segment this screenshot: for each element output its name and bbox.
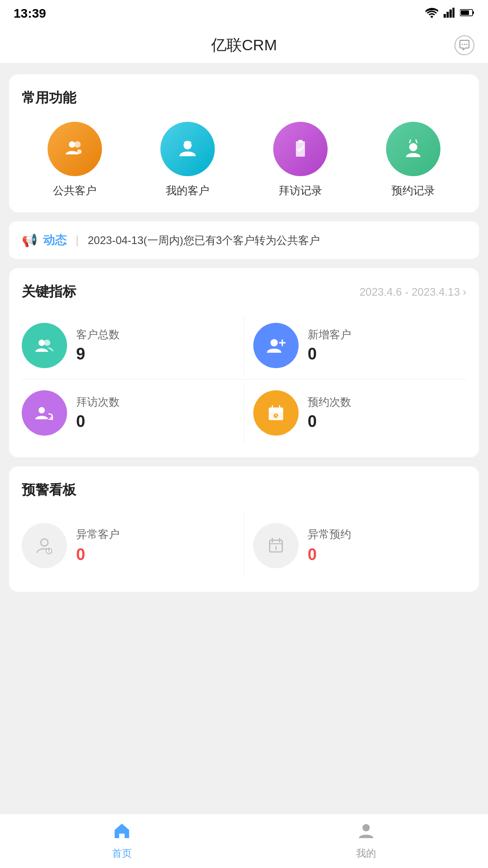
status-time: 13:39 [14,6,46,21]
svg-point-10 [69,141,75,148]
signal-icon [444,8,454,19]
app-header: 亿联CRM [0,27,488,63]
new-customer-name: 新增客户 [308,327,351,342]
public-customer-icon [48,122,102,176]
abnormal-appointment-name: 异常预约 [308,527,351,542]
metric-total-customer[interactable]: 客户总数 9 [22,316,244,375]
metrics-title: 关键指标 [22,283,76,301]
bottom-nav: 首页 我的 [0,814,488,868]
abnormal-appointment-info: 异常预约 0 [308,527,351,564]
appointment-count-icon [253,390,299,436]
home-icon [113,822,131,843]
visit-record-label: 拜访记录 [279,183,322,198]
chevron-right-icon: › [463,286,466,298]
svg-point-8 [464,43,465,45]
svg-point-12 [77,149,82,154]
new-customer-icon [253,323,299,368]
profile-icon [357,822,375,843]
status-bar: 13:39 [0,0,488,27]
metrics-header: 关键指标 2023.4.6 - 2023.4.13 › [22,283,466,301]
svg-rect-23 [269,408,283,412]
message-button[interactable] [454,35,474,55]
warning-board-title: 预警看板 [22,481,466,499]
svg-point-15 [409,143,417,151]
profile-label: 我的 [356,847,376,860]
func-item-public-customer[interactable]: 公共客户 [22,122,127,198]
func-item-my-customer[interactable]: 我的客户 [135,122,240,198]
nav-profile[interactable]: 我的 [244,814,488,868]
my-customer-label: 我的客户 [166,183,209,198]
svg-point-38 [275,550,276,551]
total-customer-value: 9 [76,345,120,364]
appointment-record-icon [386,122,440,176]
abnormal-appointment-icon [253,523,299,568]
warning-item-appointment[interactable]: 异常预约 0 [244,514,466,577]
svg-point-9 [466,43,468,45]
public-customer-label: 公共客户 [53,183,97,198]
svg-point-29 [41,539,48,546]
metric-new-customer[interactable]: 新增客户 0 [244,316,466,375]
total-customer-info: 客户总数 9 [76,327,120,364]
notice-tag: 动态 [43,232,67,248]
visit-count-icon [22,390,67,436]
visit-count-info: 拜访次数 0 [76,395,120,431]
abnormal-customer-info: 异常客户 0 [76,527,120,564]
svg-rect-3 [453,8,455,18]
status-icons [425,8,474,19]
svg-point-16 [39,340,45,346]
notice-text: 2023-04-13(一周内)您已有3个客户转为公共客户 [88,233,320,248]
metric-appointment-count[interactable]: 预约次数 0 [244,383,466,443]
appointment-record-label: 预约记录 [391,183,435,198]
appointment-count-info: 预约次数 0 [308,395,351,431]
message-icon [454,35,474,55]
key-metrics-card: 关键指标 2023.4.6 - 2023.4.13 › 客户总数 [9,268,479,457]
metrics-row-2: 拜访次数 0 预约次 [22,383,466,443]
svg-point-32 [48,552,49,553]
visit-record-icon [273,122,328,176]
notice-divider: | [76,233,79,247]
func-item-visit-record[interactable]: 拜访记录 [248,122,353,198]
warning-item-customer[interactable]: 异常客户 0 [22,514,244,577]
my-customer-icon [160,122,215,176]
abnormal-appointment-value: 0 [308,545,351,564]
abnormal-customer-icon [22,523,67,568]
notice-speaker-icon: 📢 [22,233,38,248]
svg-rect-1 [447,12,449,18]
common-functions-card: 常用功能 公共客户 [9,74,479,212]
metrics-row-divider [22,379,466,379]
warning-grid: 异常客户 0 异常预约 [22,514,466,577]
total-customer-icon [22,323,67,368]
common-functions-title: 常用功能 [22,89,466,107]
wifi-icon [425,8,438,19]
abnormal-customer-name: 异常客户 [76,527,120,542]
app-title: 亿联CRM [211,35,277,56]
svg-point-18 [271,339,278,346]
total-customer-name: 客户总数 [76,327,120,342]
svg-point-11 [74,141,81,148]
svg-rect-6 [461,10,469,15]
main-content: 常用功能 公共客户 [0,63,488,671]
metrics-row-1: 客户总数 9 新增客户 0 [22,316,466,375]
svg-rect-2 [449,10,452,18]
nav-spacer [9,601,479,660]
battery-icon [460,9,474,19]
notice-banner[interactable]: 📢 动态 | 2023-04-13(一周内)您已有3个客户转为公共客户 [9,221,479,259]
svg-rect-5 [473,11,474,14]
warning-board-card: 预警看板 异常客户 0 [9,466,479,592]
svg-point-17 [44,340,50,346]
svg-rect-14 [298,140,303,143]
svg-point-7 [462,43,463,45]
svg-point-39 [362,824,370,831]
metric-visit-count[interactable]: 拜访次数 0 [22,383,244,443]
new-customer-info: 新增客户 0 [308,327,351,364]
visit-count-name: 拜访次数 [76,395,120,409]
appointment-count-value: 0 [308,412,351,431]
metrics-date-range[interactable]: 2023.4.6 - 2023.4.13 › [359,286,466,298]
nav-home[interactable]: 首页 [0,814,244,868]
abnormal-customer-value: 0 [76,545,120,564]
svg-rect-0 [444,14,446,18]
func-item-appointment-record[interactable]: 预约记录 [361,122,466,198]
func-grid: 公共客户 我的客户 [22,122,466,198]
home-label: 首页 [112,847,132,860]
visit-count-value: 0 [76,412,120,431]
